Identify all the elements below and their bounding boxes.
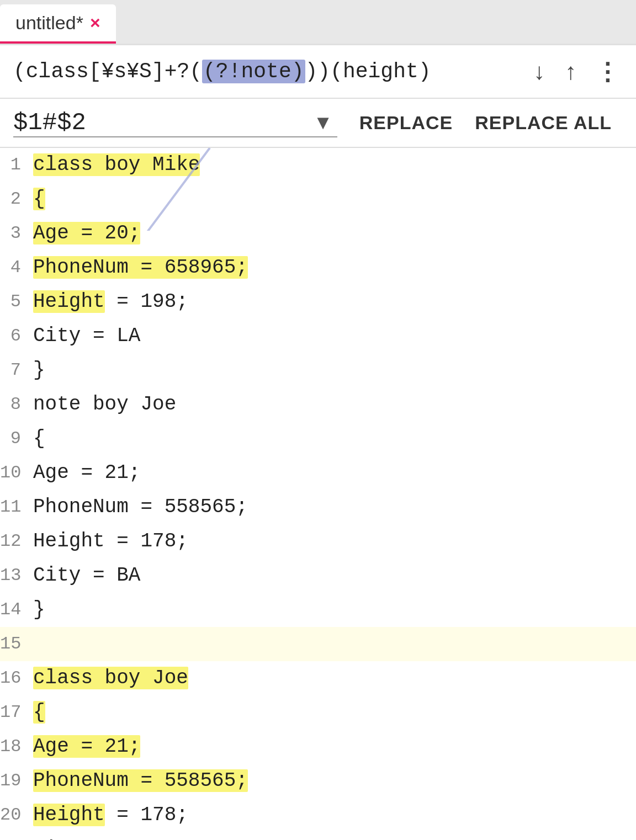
more-options-button[interactable]: ⋮: [591, 55, 623, 88]
tab-untitled[interactable]: untitled* ×: [0, 4, 116, 44]
replace-dropdown-button[interactable]: ▼: [309, 109, 337, 136]
replace-all-button[interactable]: REPLACE ALL: [464, 108, 623, 138]
line-number: 4: [0, 251, 29, 285]
line-number: 1: [0, 148, 29, 182]
line-number: 5: [0, 285, 29, 319]
line-content: Height = 178;: [29, 524, 188, 559]
line-number: 2: [0, 182, 29, 216]
line-number: 20: [0, 798, 29, 832]
line-content: PhoneNum = 658965;: [29, 251, 248, 285]
line-content: {: [29, 422, 45, 456]
code-line: 20Height = 178;: [0, 798, 636, 832]
code-line: 7}: [0, 353, 636, 387]
line-content: class boy Joe: [29, 661, 188, 695]
line-number: 14: [0, 593, 29, 627]
line-content: Height = 178;: [29, 798, 188, 832]
search-pattern-after: ))(height): [305, 60, 431, 83]
search-down-button[interactable]: ↓: [528, 56, 550, 87]
code-line: 17{: [0, 695, 636, 730]
code-line: 5Height = 198;: [0, 285, 636, 319]
search-highlight-group: (?!note): [202, 60, 305, 83]
line-content: }: [29, 353, 45, 387]
line-number: 3: [0, 216, 29, 251]
line-content: Age = 20;: [29, 216, 140, 251]
tab-bar: untitled* ×: [0, 0, 636, 45]
code-line: 10Age = 21;: [0, 456, 636, 490]
line-number: 15: [0, 627, 29, 661]
line-content: class boy Mike: [29, 148, 200, 182]
line-content: {: [29, 695, 45, 730]
code-line: 14}: [0, 593, 636, 627]
line-number: 12: [0, 524, 29, 559]
line-content: Height = 198;: [29, 285, 188, 319]
code-line: 12Height = 178;: [0, 524, 636, 559]
code-line: 11PhoneNum = 558565;: [0, 490, 636, 524]
search-up-button[interactable]: ↑: [559, 56, 582, 87]
line-number: 21: [0, 832, 29, 840]
code-line: 4PhoneNum = 658965;: [0, 251, 636, 285]
line-number: 6: [0, 319, 29, 353]
line-number: 7: [0, 353, 29, 387]
code-line: 8note boy Joe: [0, 387, 636, 422]
line-number: 8: [0, 387, 29, 422]
code-line: 9{: [0, 422, 636, 456]
tab-close-button[interactable]: ×: [90, 13, 100, 33]
line-content: Age = 21;: [29, 456, 140, 490]
line-content: City = BA: [29, 832, 140, 840]
line-content: City = LA: [29, 319, 140, 353]
line-content: PhoneNum = 558565;: [29, 764, 248, 798]
code-line: 13City = BA: [0, 559, 636, 593]
replace-button[interactable]: REPLACE: [348, 108, 464, 138]
code-line: 3Age = 20;: [0, 216, 636, 251]
line-number: 16: [0, 661, 29, 695]
code-line: 2{: [0, 182, 636, 216]
line-number: 11: [0, 490, 29, 524]
line-content: City = BA: [29, 559, 140, 593]
line-number: 17: [0, 695, 29, 730]
code-line: 6City = LA: [0, 319, 636, 353]
line-number: 10: [0, 456, 29, 490]
replace-input-wrapper: ▼: [13, 109, 337, 137]
search-bar: (class[¥s¥S]+?((?!note)))(height) ↓ ↑ ⋮: [0, 45, 636, 99]
replace-bar: ▼ REPLACE REPLACE ALL: [0, 99, 636, 148]
line-content: PhoneNum = 558565;: [29, 490, 248, 524]
line-number: 19: [0, 764, 29, 798]
line-content: note boy Joe: [29, 387, 176, 422]
replace-input[interactable]: [13, 109, 309, 136]
code-line: 1class boy Mike: [0, 148, 636, 182]
tab-title: untitled*: [15, 12, 83, 34]
line-number: 13: [0, 559, 29, 593]
code-line: 19PhoneNum = 558565;: [0, 764, 636, 798]
line-number: 18: [0, 730, 29, 764]
line-content: {: [29, 182, 45, 216]
code-line: 18Age = 21;: [0, 730, 636, 764]
line-number: 9: [0, 422, 29, 456]
code-line: 15: [0, 627, 636, 661]
search-pattern: (class[¥s¥S]+?((?!note)))(height): [13, 60, 519, 83]
code-line: 21City = BA: [0, 832, 636, 840]
search-pattern-before: (class[¥s¥S]+?(: [13, 60, 202, 83]
line-content: }: [29, 593, 45, 627]
code-area: 1class boy Mike2{3Age = 20;4PhoneNum = 6…: [0, 148, 636, 840]
code-line: 16class boy Joe: [0, 661, 636, 695]
line-content: Age = 21;: [29, 730, 140, 764]
